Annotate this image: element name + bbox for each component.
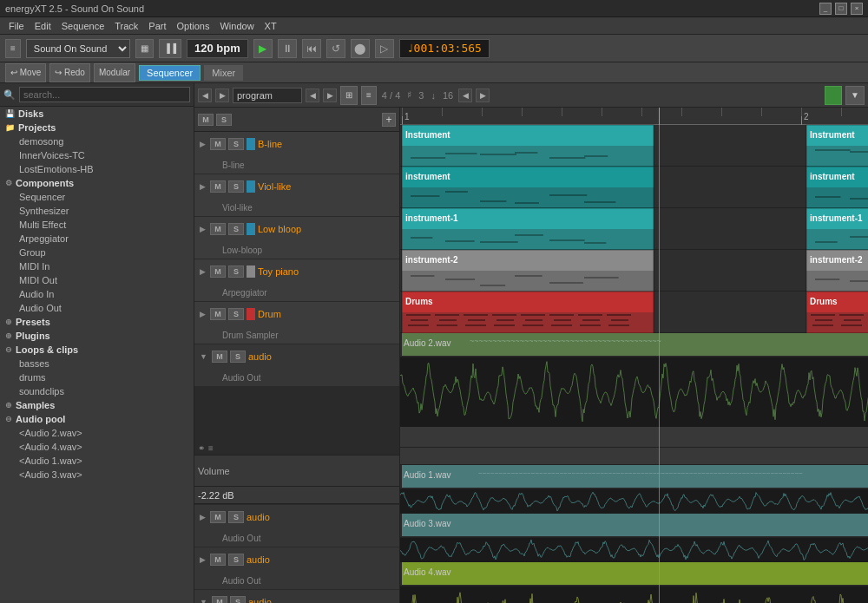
sidebar-item-lostemotons[interactable]: LostEmotions-HB xyxy=(0,162,194,176)
seq-nav-right[interactable]: ▶ xyxy=(323,88,337,102)
pause-button[interactable]: ⏸ xyxy=(278,39,297,58)
track-header-audio2: ▼ M S audio Audio Out ⚭ ≡ xyxy=(194,344,399,505)
audio3-expand[interactable]: ▶ xyxy=(198,554,207,566)
menu-window[interactable]: Window xyxy=(214,19,259,33)
undo-button[interactable]: ↩ Move xyxy=(5,63,46,82)
master-s-button[interactable]: S xyxy=(216,114,232,126)
sidebar-item-audioin[interactable]: Audio In xyxy=(0,287,194,301)
maximize-button[interactable]: □ xyxy=(835,3,847,15)
menu-button[interactable]: ≡ xyxy=(5,39,21,58)
sidebar-item-midiin[interactable]: MIDI In xyxy=(0,259,194,273)
bline-m-btn[interactable]: M xyxy=(210,138,226,150)
drum-s-btn[interactable]: S xyxy=(228,308,244,320)
record-button[interactable]: ⬤ xyxy=(351,39,370,58)
redo-button[interactable]: ↪ Redo xyxy=(49,63,90,82)
sidebar-item-audio1wav[interactable]: <Audio 1.wav> xyxy=(0,454,194,468)
sidebar-item-audio4wav[interactable]: <Audio 4.wav> xyxy=(0,440,194,454)
bline-sub: B-line xyxy=(194,156,399,174)
search-input[interactable] xyxy=(19,87,190,102)
bpm-display[interactable]: 120 bpm xyxy=(187,39,248,58)
viol-s-btn[interactable]: S xyxy=(228,180,244,193)
sidebar-item-synthesizer[interactable]: Synthesizer xyxy=(0,204,194,218)
sidebar-item-audiopool[interactable]: ⊖ Audio pool xyxy=(0,412,194,426)
settings-btn[interactable]: ▼ xyxy=(845,86,865,105)
play2-button[interactable]: ▷ xyxy=(375,39,394,58)
list-view-btn[interactable]: ≡ xyxy=(361,86,377,105)
audio1-s-btn[interactable]: S xyxy=(228,511,244,523)
sidebar-item-innervoices[interactable]: InnerVoices-TC xyxy=(0,148,194,162)
audio1-expand[interactable]: ▶ xyxy=(198,511,207,523)
sidebar-item-arpeggiator[interactable]: Arpeggiator xyxy=(0,232,194,246)
minimize-button[interactable]: _ xyxy=(819,3,832,15)
sidebar-item-loops[interactable]: ⊖ Loops & clips xyxy=(0,343,194,357)
audio1-m-btn[interactable]: M xyxy=(210,511,226,523)
audio4-m-btn[interactable]: M xyxy=(212,596,227,603)
sidebar-item-basses[interactable]: basses xyxy=(0,357,194,370)
menu-options[interactable]: Options xyxy=(172,19,215,33)
sidebar-item-audio2wav[interactable]: <Audio 2.wav> xyxy=(0,426,194,440)
toypiano-m-btn[interactable]: M xyxy=(210,265,226,278)
sidebar-item-presets[interactable]: ⊕ Presets xyxy=(0,315,194,329)
lowbloop-expand[interactable]: ▶ xyxy=(198,223,207,235)
loop-button[interactable]: ↺ xyxy=(326,39,345,58)
track-header-audio4: ▼ M S audio Audio Out xyxy=(194,590,399,603)
viol-expand[interactable]: ▶ xyxy=(198,180,207,193)
audio2-m-btn[interactable]: M xyxy=(212,351,227,363)
drum-expand[interactable]: ▶ xyxy=(198,308,207,320)
sidebar-item-midiout[interactable]: MIDI Out xyxy=(0,273,194,287)
audio4-expand[interactable]: ▼ xyxy=(198,596,209,603)
toypiano-expand[interactable]: ▶ xyxy=(198,265,207,278)
lowbloop-m-btn[interactable]: M xyxy=(210,223,226,235)
sidebar-item-drums-folder[interactable]: drums xyxy=(0,370,194,384)
color-btn[interactable] xyxy=(825,86,842,105)
q-next[interactable]: ▶ xyxy=(476,88,490,102)
audio3-m-btn[interactable]: M xyxy=(210,554,226,566)
grid-button[interactable]: ▦ xyxy=(135,39,154,58)
modular-button[interactable]: Modular xyxy=(94,63,135,82)
menu-edit[interactable]: Edit xyxy=(30,19,56,33)
rewind-button[interactable]: ⏮ xyxy=(302,39,321,58)
grid-view-btn[interactable]: ⊞ xyxy=(340,86,358,105)
project-dropdown[interactable]: Sound On Sound xyxy=(26,39,130,58)
sidebar-item-samples[interactable]: ⊕ Samples xyxy=(0,398,194,412)
sidebar-item-multieffect[interactable]: Multi Effect xyxy=(0,218,194,232)
menu-track[interactable]: Track xyxy=(109,19,143,33)
close-button[interactable]: × xyxy=(851,3,863,15)
mixer-tab[interactable]: Mixer xyxy=(204,65,243,81)
master-m-button[interactable]: M xyxy=(198,114,214,126)
audio2-expand[interactable]: ▼ xyxy=(198,351,209,363)
audio2-s-btn[interactable]: S xyxy=(230,351,246,363)
q-prev[interactable]: ◀ xyxy=(458,88,472,102)
audio4-s-btn[interactable]: S xyxy=(230,596,246,603)
menu-sequence[interactable]: Sequence xyxy=(56,19,110,33)
sidebar-item-components[interactable]: ⚙ Components xyxy=(0,176,194,190)
sidebar-item-audioout[interactable]: Audio Out xyxy=(0,301,194,315)
sidebar-item-plugins[interactable]: ⊕ Plugins xyxy=(0,329,194,343)
sidebar-item-sequencer[interactable]: Sequencer xyxy=(0,190,194,204)
add-track-button[interactable]: + xyxy=(382,113,396,127)
sequencer-tab[interactable]: Sequencer xyxy=(139,65,201,81)
sidebar-item-audio3wav[interactable]: <Audio 3.wav> xyxy=(0,468,194,482)
track-header-lowbloop: ▶ M S Low bloop Low-bloop xyxy=(194,217,399,259)
audio3-s-btn[interactable]: S xyxy=(228,554,244,566)
menu-part[interactable]: Part xyxy=(143,19,171,33)
viol-m-btn[interactable]: M xyxy=(210,180,226,193)
sidebar-item-disks[interactable]: 💾 Disks xyxy=(0,107,194,121)
menu-xt[interactable]: XT xyxy=(260,19,282,33)
play-button[interactable]: ▶ xyxy=(253,39,273,58)
bline-s-btn[interactable]: S xyxy=(228,138,244,150)
program-input[interactable] xyxy=(233,88,302,103)
bline-expand[interactable]: ▶ xyxy=(198,138,207,150)
sidebar-item-soundclips[interactable]: soundclips xyxy=(0,384,194,398)
sidebar-item-demosong[interactable]: demosong xyxy=(0,134,194,148)
seq-prev-button[interactable]: ◀ xyxy=(198,88,212,102)
seq-nav-left[interactable]: ◀ xyxy=(306,88,319,102)
sidebar-item-projects[interactable]: 📁 Projects xyxy=(0,121,194,134)
menu-file[interactable]: File xyxy=(3,19,30,33)
lowbloop-s-btn[interactable]: S xyxy=(228,223,244,235)
toypiano-s-btn[interactable]: S xyxy=(228,265,244,278)
seq-next-button[interactable]: ▶ xyxy=(215,88,229,102)
drum-m-btn[interactable]: M xyxy=(210,308,226,320)
level-button[interactable]: ▐▐ xyxy=(159,39,181,58)
sidebar-item-group[interactable]: Group xyxy=(0,246,194,259)
